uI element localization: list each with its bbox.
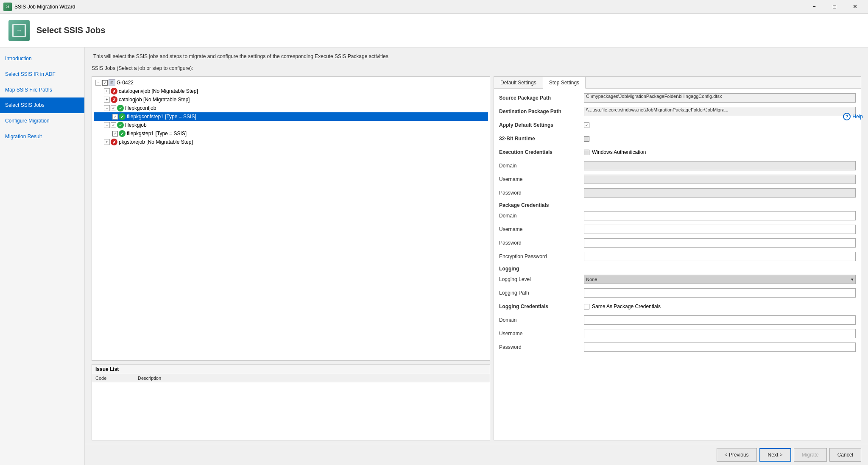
logging-credentials-label: Logging Credentials xyxy=(499,304,584,309)
sidebar-item-map-ssis-file-paths[interactable]: Map SSIS File Paths xyxy=(0,82,84,98)
left-pane: − ⊞ G-0422 + catalogenvjob [No Migratabl… xyxy=(92,76,490,440)
exec-username-label: Username xyxy=(499,176,584,182)
maximize-button[interactable]: □ xyxy=(825,1,844,13)
encryption-password-input[interactable] xyxy=(584,252,856,261)
root-expand-btn[interactable]: − xyxy=(95,80,101,86)
filepkgconfstep1-checkbox[interactable] xyxy=(112,114,118,120)
cancel-button[interactable]: Cancel xyxy=(829,448,861,462)
apply-default-settings-row: Apply Default Settings xyxy=(499,120,856,130)
title-bar-controls: − □ ✕ xyxy=(804,1,865,13)
log-password-label: Password xyxy=(499,344,584,350)
logging-path-row: Logging Path xyxy=(499,288,856,298)
filepkgconfjob-checkbox[interactable] xyxy=(111,106,116,111)
source-package-path-label: Source Package Path xyxy=(499,95,584,101)
migrate-button[interactable]: Migrate xyxy=(794,448,827,462)
exec-password-row: Password xyxy=(499,188,856,198)
catalogenvjob-expand-btn[interactable]: + xyxy=(104,88,110,94)
log-username-input[interactable] xyxy=(584,329,856,338)
filepkgconfjob-label: filepkgconfjob xyxy=(125,105,156,111)
jobs-tree-panel[interactable]: − ⊞ G-0422 + catalogenvjob [No Migratabl… xyxy=(92,76,490,361)
filepkgconfjob-status-icon xyxy=(117,105,124,111)
exec-username-input[interactable] xyxy=(584,175,856,184)
source-package-path-row: Source Package Path C:\mypackages\JobMig… xyxy=(499,93,856,103)
windows-auth-row: Windows Authentication xyxy=(584,149,646,155)
tree-root-node[interactable]: − ⊞ G-0422 xyxy=(94,78,488,87)
main-layout: Introduction Select SSIS IR in ADF Map S… xyxy=(0,47,868,465)
source-package-path-input[interactable]: C:\mypackages\JobMigrationPackageFolder\… xyxy=(584,93,856,103)
tree-node-filepkgconfjob[interactable]: − filepkgconfjob xyxy=(94,104,488,112)
package-credentials-header: Package Credentials xyxy=(499,202,856,208)
same-as-pkg-checkbox[interactable] xyxy=(584,304,589,309)
header-icon-inner xyxy=(12,24,26,37)
sidebar-item-introduction[interactable]: Introduction xyxy=(0,51,84,67)
filepkgjob-checkbox[interactable] xyxy=(111,123,116,128)
pkg-password-input[interactable] xyxy=(584,238,856,248)
issue-table-header: Code Description xyxy=(92,374,490,382)
runtime-32bit-checkbox[interactable] xyxy=(584,136,589,142)
destination-package-path-input[interactable]: \\...usa.file.core.windows.net\JobMigrat… xyxy=(584,107,856,116)
apply-default-settings-checkbox-row xyxy=(584,123,589,128)
root-checkbox[interactable] xyxy=(102,80,108,86)
runtime-32bit-checkbox-row xyxy=(584,136,589,142)
description-text: This will select the SSIS jobs and steps… xyxy=(85,47,868,65)
exec-domain-input[interactable] xyxy=(584,161,856,170)
filepkgstep1-checkbox[interactable] xyxy=(112,131,118,136)
pkg-password-label: Password xyxy=(499,240,584,246)
issue-panel: Issue List Code Description xyxy=(92,364,490,440)
tree-node-pkgstorejob[interactable]: + pkgstorejob [No Migratable Step] xyxy=(94,138,488,146)
help-icon: ? xyxy=(843,113,851,120)
root-node-icon: ⊞ xyxy=(109,79,115,86)
window-title: SSIS Job Migration Wizard xyxy=(14,4,75,10)
pkg-username-input[interactable] xyxy=(584,225,856,234)
content-area: This will select the SSIS jobs and steps… xyxy=(85,47,868,465)
catalogenvjob-label: catalogenvjob [No Migratable Step] xyxy=(119,88,198,94)
tree-node-filepkgstep1[interactable]: filepkgstep1 [Type = SSIS] xyxy=(94,129,488,138)
tree-node-filepkgjob[interactable]: − filepkgjob xyxy=(94,121,488,129)
filepkgjob-label: filepkgjob xyxy=(125,122,147,128)
exec-password-label: Password xyxy=(499,190,584,196)
logging-level-dropdown[interactable]: None ▾ xyxy=(584,275,856,284)
next-button[interactable]: Next > xyxy=(759,448,791,462)
catalogjob-label: catalogjob [No Migratable Step] xyxy=(119,97,190,103)
same-as-pkg-label: Same As Package Credentials xyxy=(592,304,661,309)
step-settings-form: Source Package Path C:\mypackages\JobMig… xyxy=(494,89,861,360)
log-password-input[interactable] xyxy=(584,342,856,352)
tree-node-catalogenvjob[interactable]: + catalogenvjob [No Migratable Step] xyxy=(94,87,488,95)
issue-col-code: Code xyxy=(95,376,121,381)
sidebar-item-select-ssis-ir[interactable]: Select SSIS IR in ADF xyxy=(0,67,84,82)
tab-default-settings[interactable]: Default Settings xyxy=(494,77,543,89)
previous-button[interactable]: < Previous xyxy=(717,448,757,462)
tree-node-catalogjob[interactable]: + catalogjob [No Migratable Step] xyxy=(94,95,488,104)
apply-default-settings-checkbox[interactable] xyxy=(584,123,589,128)
catalogjob-status-icon xyxy=(111,96,117,103)
log-domain-input[interactable] xyxy=(584,315,856,325)
encryption-password-label: Encryption Password xyxy=(499,253,584,259)
sidebar-item-migration-result[interactable]: Migration Result xyxy=(0,129,84,145)
exec-domain-row: Domain xyxy=(499,161,856,171)
exec-username-row: Username xyxy=(499,174,856,184)
pkg-domain-input[interactable] xyxy=(584,211,856,220)
help-button[interactable]: ? Help xyxy=(843,113,863,120)
filepkgjob-expand-btn[interactable]: − xyxy=(104,122,110,128)
exec-password-input[interactable] xyxy=(584,188,856,198)
execution-credentials-label: Execution Credentials xyxy=(499,149,584,155)
sidebar-item-configure-migration[interactable]: Configure Migration xyxy=(0,113,84,129)
same-as-pkg-row: Same As Package Credentials xyxy=(584,304,661,309)
pkg-username-row: Username xyxy=(499,224,856,234)
tab-step-settings[interactable]: Step Settings xyxy=(543,77,586,89)
logging-path-input[interactable] xyxy=(584,288,856,298)
pkgstorejob-status-icon xyxy=(111,139,117,145)
pkgstorejob-expand-btn[interactable]: + xyxy=(104,139,110,145)
catalogjob-expand-btn[interactable]: + xyxy=(104,97,110,103)
log-password-row: Password xyxy=(499,342,856,352)
minimize-button[interactable]: − xyxy=(804,1,824,13)
filepkgconfstep1-label: filepkgconfstep1 [Type = SSIS] xyxy=(127,114,196,120)
windows-auth-checkbox[interactable] xyxy=(584,150,589,155)
close-button[interactable]: ✕ xyxy=(845,1,865,13)
apply-default-settings-label: Apply Default Settings xyxy=(499,122,584,128)
sidebar-item-select-ssis-jobs[interactable]: Select SSIS Jobs xyxy=(0,97,84,113)
filepkgconfjob-expand-btn[interactable]: − xyxy=(104,105,110,111)
tree-node-filepkgconfstep1[interactable]: filepkgconfstep1 [Type = SSIS] xyxy=(94,112,488,121)
log-domain-label: Domain xyxy=(499,317,584,323)
encryption-password-row: Encryption Password xyxy=(499,251,856,262)
